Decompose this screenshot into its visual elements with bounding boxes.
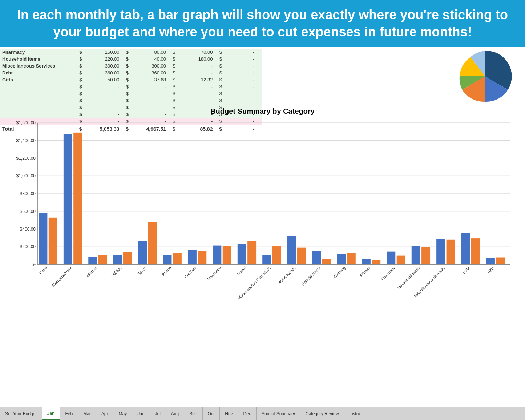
tab-mar[interactable]: Mar — [78, 407, 96, 420]
tab-aug[interactable]: Aug — [166, 407, 184, 420]
svg-rect-73 — [496, 258, 505, 265]
svg-rect-57 — [362, 259, 370, 264]
tab-oct[interactable]: Oct — [203, 407, 220, 420]
svg-rect-21 — [63, 134, 72, 264]
svg-text:Travel: Travel — [236, 266, 247, 276]
tab-jun[interactable]: Jun — [132, 407, 150, 420]
svg-rect-28 — [123, 252, 132, 264]
svg-rect-30 — [138, 241, 147, 264]
svg-rect-45 — [262, 255, 271, 264]
svg-text:Insurance: Insurance — [206, 266, 222, 281]
table-row: Gifts $ 50.00 $ 37.68 $ 12.32 $ - — [0, 76, 262, 83]
svg-rect-24 — [88, 257, 97, 264]
svg-rect-34 — [173, 253, 181, 264]
svg-text:Home Renos: Home Renos — [277, 266, 296, 285]
svg-rect-60 — [387, 252, 395, 264]
svg-text:$400.00: $400.00 — [20, 227, 36, 232]
table-row: $ - $ - $ - $ - — [0, 90, 262, 97]
table-row: $ - $ - $ - $ - — [0, 97, 262, 104]
row-name — [0, 90, 75, 97]
svg-rect-55 — [347, 253, 355, 264]
svg-rect-58 — [372, 260, 380, 264]
svg-rect-69 — [461, 233, 470, 264]
svg-text:Phone: Phone — [161, 266, 172, 277]
svg-rect-40 — [222, 246, 231, 264]
tab-dec[interactable]: Dec — [238, 407, 257, 420]
svg-rect-31 — [148, 222, 157, 264]
svg-text:$-: $- — [32, 262, 36, 267]
svg-text:Internet: Internet — [85, 266, 97, 278]
svg-rect-64 — [421, 247, 430, 264]
svg-rect-19 — [48, 218, 57, 264]
tab-instru[interactable]: Instru... — [344, 407, 369, 420]
table-row: $ - $ - $ - $ - — [0, 83, 262, 90]
svg-text:$800.00: $800.00 — [20, 191, 36, 196]
svg-text:Household Items: Household Items — [396, 266, 421, 290]
svg-text:Utilities: Utilities — [110, 266, 122, 278]
row-name: Miscellaneous Services — [0, 62, 75, 69]
svg-rect-67 — [446, 240, 455, 264]
tabs-bar: Set Your BudgetJanFebMarAprMayJunJulAugS… — [0, 407, 525, 420]
svg-text:$1,400.00: $1,400.00 — [16, 138, 36, 143]
row-name: Pharmacy — [0, 49, 75, 56]
svg-rect-18 — [39, 213, 47, 264]
table-row: Pharmacy $ 150.00 $ 80.00 $ 70.00 $ - — [0, 49, 262, 56]
header-banner: In each monthly tab, a bar graph will sh… — [0, 0, 525, 47]
tab-feb[interactable]: Feb — [60, 407, 78, 420]
svg-rect-70 — [471, 238, 480, 264]
svg-rect-27 — [113, 255, 122, 264]
svg-text:$1,000.00: $1,000.00 — [16, 173, 36, 178]
svg-text:Clothing: Clothing — [332, 266, 346, 279]
svg-rect-25 — [98, 255, 107, 264]
row-name: Debt — [0, 69, 75, 76]
bar-chart-svg: $-$200.00$400.00$600.00$800.00$1,000.00$… — [12, 119, 513, 301]
row-name — [0, 97, 75, 104]
svg-rect-51 — [312, 251, 321, 264]
svg-rect-46 — [272, 246, 281, 264]
svg-text:Food: Food — [38, 266, 48, 275]
svg-rect-22 — [73, 133, 82, 264]
chart-title: Budget Summary by Category — [7, 107, 518, 116]
svg-rect-52 — [322, 259, 331, 264]
svg-text:$1,200.00: $1,200.00 — [16, 156, 36, 161]
row-name — [0, 83, 75, 90]
svg-text:Car/Gas: Car/Gas — [183, 266, 197, 279]
tab-jan[interactable]: Jan — [42, 407, 60, 420]
svg-rect-48 — [287, 236, 296, 264]
svg-text:Gifts: Gifts — [486, 266, 495, 275]
svg-text:Taxes: Taxes — [137, 266, 147, 276]
svg-text:$600.00: $600.00 — [20, 209, 36, 214]
tab-annual-summary[interactable]: Annual Summary — [257, 407, 300, 420]
svg-text:Pharmacy: Pharmacy — [380, 266, 396, 282]
tab-sep[interactable]: Sep — [184, 407, 202, 420]
tab-category-review[interactable]: Category Review — [300, 407, 344, 420]
pie-chart: Car/Gas Phone Taxes — [449, 47, 521, 105]
chart-area: Budget Summary by Category $-$200.00$400… — [0, 107, 525, 301]
table-row: Miscellaneous Services $ 300.00 $ 300.00… — [0, 62, 262, 69]
table-row: Debt $ 360.00 $ 360.00 $ - $ - — [0, 69, 262, 76]
svg-text:Fitness: Fitness — [359, 266, 371, 278]
table-row: Household Items $ 220.00 $ 40.00 $ 180.0… — [0, 56, 262, 62]
row-name: Household Items — [0, 56, 75, 62]
svg-text:Debt: Debt — [461, 266, 471, 275]
svg-rect-66 — [436, 239, 445, 264]
tab-nov[interactable]: Nov — [220, 407, 238, 420]
svg-rect-49 — [297, 248, 306, 264]
svg-text:$200.00: $200.00 — [20, 244, 36, 249]
svg-rect-33 — [163, 255, 171, 264]
tab-may[interactable]: May — [113, 407, 132, 420]
tab-jul[interactable]: Jul — [150, 407, 166, 420]
svg-text:Entertainment: Entertainment — [300, 266, 321, 286]
svg-rect-61 — [396, 256, 405, 264]
svg-rect-54 — [337, 254, 346, 264]
row-name: Gifts — [0, 76, 75, 83]
tab-apr[interactable]: Apr — [96, 407, 114, 420]
svg-rect-43 — [247, 241, 256, 264]
svg-rect-39 — [213, 246, 221, 264]
svg-rect-42 — [237, 244, 246, 264]
svg-rect-63 — [411, 246, 420, 264]
svg-rect-36 — [187, 250, 196, 264]
svg-rect-72 — [486, 258, 495, 264]
svg-text:$1,600.00: $1,600.00 — [16, 120, 36, 125]
tab-set-your-budget[interactable]: Set Your Budget — [0, 407, 42, 420]
